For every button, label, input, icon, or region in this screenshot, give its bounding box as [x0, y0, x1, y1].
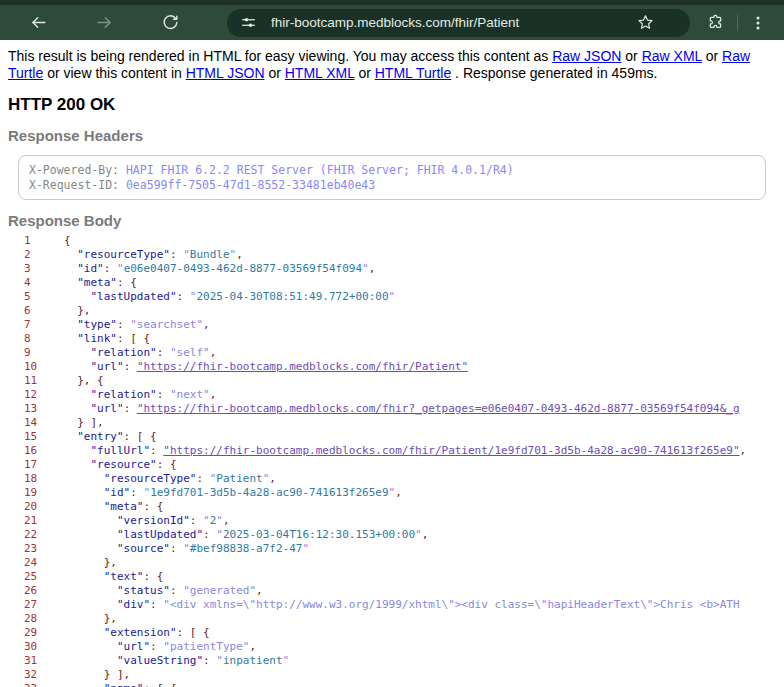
code-token: [64, 500, 104, 513]
code-token: : [ {: [117, 332, 150, 345]
arrow-right-icon: [95, 13, 114, 32]
line-number[interactable]: 16: [24, 444, 64, 458]
line-number[interactable]: 3: [24, 262, 64, 276]
line-number[interactable]: 28: [24, 612, 64, 626]
code-token: "link": [77, 332, 117, 345]
browser-toolbar: fhir-bootcamp.medblocks.com/fhir/Patient: [0, 0, 784, 40]
code-token: ,: [223, 514, 230, 527]
code-token: 2025-04-30T08:51:49.772+00:00: [196, 290, 388, 303]
banner-link[interactable]: HTML XML: [285, 65, 355, 81]
line-number[interactable]: 8: [24, 332, 64, 346]
back-button[interactable]: [24, 9, 52, 37]
line-number[interactable]: 32: [24, 668, 64, 682]
banner-link[interactable]: HTML JSON: [186, 65, 265, 81]
code-link[interactable]: "https://fhir-bootcamp.medblocks.com/fhi…: [137, 360, 468, 373]
code-link[interactable]: "https://fhir-bootcamp.medblocks.com/fhi…: [163, 444, 739, 457]
line-number[interactable]: 29: [24, 626, 64, 640]
code-token: "name": [104, 682, 144, 687]
code-token: "status": [117, 584, 170, 597]
line-number[interactable]: 20: [24, 500, 64, 514]
code-token: inpatient: [223, 654, 283, 667]
extensions-button[interactable]: [703, 11, 727, 35]
header-row: X-Request-ID: 0ea599ff-7505-47d1-8552-33…: [29, 178, 755, 193]
banner-link[interactable]: Raw XML: [642, 48, 702, 64]
code-line: 21 "versionId": "2",: [8, 514, 776, 528]
code-token: [64, 332, 77, 345]
code-line: 3 "id": "e06e0407-0493-462d-8877-03569f5…: [8, 262, 776, 276]
code-token: ": [216, 514, 223, 527]
line-number[interactable]: 22: [24, 528, 64, 542]
code-line: 16 "fullUrl": "https://fhir-bootcamp.med…: [8, 444, 776, 458]
line-number[interactable]: 4: [24, 276, 64, 290]
code-token: "id": [104, 486, 131, 499]
code-token: ,: [269, 472, 276, 485]
code-token: },: [104, 556, 117, 569]
line-number[interactable]: 5: [24, 290, 64, 304]
line-number[interactable]: 17: [24, 458, 64, 472]
line-number[interactable]: 11: [24, 374, 64, 388]
code-token: ,: [236, 248, 243, 261]
code-token: : {: [144, 500, 164, 513]
code-token: : [ {: [124, 430, 157, 443]
code-token: ,: [210, 346, 217, 359]
tune-icon[interactable]: [239, 13, 258, 32]
line-number[interactable]: 25: [24, 570, 64, 584]
reload-button[interactable]: [156, 9, 184, 37]
code-token: } ],: [104, 668, 131, 681]
code-token: [64, 402, 91, 415]
code-token: ,: [740, 444, 747, 457]
line-number[interactable]: 14: [24, 416, 64, 430]
code-line: 4 "meta": {: [8, 276, 776, 290]
response-headers-heading: Response Headers: [8, 127, 776, 144]
code-token: [64, 262, 77, 275]
line-number[interactable]: 31: [24, 654, 64, 668]
menu-button[interactable]: [746, 11, 770, 35]
code-link[interactable]: "https://fhir-bootcamp.medblocks.com/fhi…: [137, 402, 740, 415]
code-token: "lastUpdated": [91, 290, 177, 303]
line-number[interactable]: 30: [24, 640, 64, 654]
line-number[interactable]: 6: [24, 304, 64, 318]
line-number[interactable]: 12: [24, 388, 64, 402]
code-line: 1{: [8, 234, 776, 248]
code-token: [64, 654, 117, 667]
banner-link[interactable]: HTML Turtle: [375, 65, 452, 81]
line-number[interactable]: 15: [24, 430, 64, 444]
line-number[interactable]: 7: [24, 318, 64, 332]
forward-button[interactable]: [90, 9, 118, 37]
line-number[interactable]: 21: [24, 514, 64, 528]
code-token: "extension": [104, 626, 177, 639]
code-token: : {: [117, 276, 137, 289]
code-token: Patient: [216, 472, 262, 485]
bookmark-star-button[interactable]: [634, 12, 656, 34]
line-number[interactable]: 13: [24, 402, 64, 416]
code-token: [64, 388, 91, 401]
code-token: "next": [170, 388, 210, 401]
response-body-heading: Response Body: [8, 212, 776, 229]
line-number[interactable]: 24: [24, 556, 64, 570]
code-token: "url": [91, 402, 124, 415]
code-token: },: [77, 304, 90, 317]
line-number[interactable]: 23: [24, 542, 64, 556]
code-line: 7 "type": "searchset",: [8, 318, 776, 332]
code-token: "text": [104, 570, 144, 583]
line-number[interactable]: 33: [24, 682, 64, 687]
line-number[interactable]: 10: [24, 360, 64, 374]
line-number[interactable]: 26: [24, 584, 64, 598]
code-token: [64, 598, 117, 611]
line-number[interactable]: 1: [24, 234, 64, 248]
line-number[interactable]: 9: [24, 346, 64, 360]
line-number[interactable]: 19: [24, 486, 64, 500]
header-name: X-Powered-By:: [29, 163, 126, 177]
code-token: [64, 682, 104, 687]
code-token: :: [150, 598, 163, 611]
code-token: } ],: [77, 416, 104, 429]
line-number[interactable]: 18: [24, 472, 64, 486]
code-line: 22 "lastUpdated": "2025-03-04T16:12:30.1…: [8, 528, 776, 542]
banner-text: or: [355, 65, 375, 81]
url-bar[interactable]: fhir-bootcamp.medblocks.com/fhir/Patient: [227, 9, 690, 37]
line-number[interactable]: 27: [24, 598, 64, 612]
code-token: [64, 444, 91, 457]
banner-link[interactable]: Raw JSON: [552, 48, 621, 64]
line-number[interactable]: 2: [24, 248, 64, 262]
code-token: }, {: [77, 374, 104, 387]
